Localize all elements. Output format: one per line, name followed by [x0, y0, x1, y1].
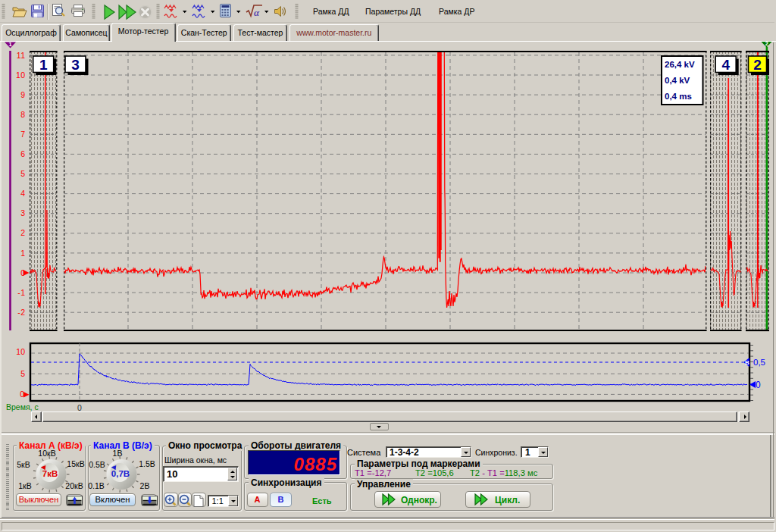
svg-text:0.1В: 0.1В: [88, 481, 105, 490]
svg-text:2: 2: [753, 57, 762, 73]
svg-text:11: 11: [17, 51, 26, 60]
svg-text:1: 1: [39, 57, 48, 73]
svg-text:1кВ: 1кВ: [18, 481, 31, 490]
svg-text:9: 9: [20, 90, 25, 99]
svg-text:26,4 kV: 26,4 kV: [665, 60, 695, 69]
svg-text:1.5В: 1.5В: [139, 459, 155, 468]
svg-text:0.5В: 0.5В: [89, 460, 105, 469]
svg-text:0,4 ms: 0,4 ms: [665, 92, 692, 101]
svg-text:10: 10: [16, 70, 25, 80]
svg-text:15кВ: 15кВ: [67, 459, 84, 468]
svg-text:0,4 kV: 0,4 kV: [665, 76, 690, 85]
svg-text:10: 10: [16, 347, 25, 356]
svg-text:2В: 2В: [140, 481, 150, 490]
svg-text:8: 8: [20, 110, 25, 119]
svg-text:Время, с: Время, с: [6, 402, 39, 412]
svg-text:5: 5: [20, 169, 25, 178]
svg-text:α: α: [254, 7, 260, 18]
svg-text:7: 7: [20, 130, 25, 139]
svg-text:2: 2: [20, 228, 25, 237]
svg-text:7кВ: 7кВ: [42, 469, 58, 478]
svg-text:-1: -1: [17, 288, 25, 297]
svg-text:0: 0: [77, 403, 82, 412]
svg-text:5: 5: [20, 369, 25, 378]
svg-text:0,5: 0,5: [753, 358, 765, 367]
svg-text:1: 1: [20, 249, 25, 258]
svg-text:6: 6: [20, 149, 25, 158]
svg-text:1: 1: [8, 41, 11, 48]
svg-text:1В: 1В: [113, 449, 123, 458]
svg-text:-2: -2: [17, 308, 25, 317]
svg-text:B: B: [745, 359, 749, 366]
svg-text:3: 3: [71, 57, 80, 73]
svg-text:3: 3: [20, 208, 25, 217]
svg-text:20кВ: 20кВ: [65, 481, 83, 490]
svg-text:0: 0: [756, 380, 761, 390]
svg-text:0,7В: 0,7В: [111, 469, 130, 478]
svg-text:5кВ: 5кВ: [17, 460, 30, 469]
svg-text:10кВ: 10кВ: [38, 449, 55, 458]
svg-text:4: 4: [20, 189, 25, 198]
svg-text:4: 4: [721, 57, 730, 73]
